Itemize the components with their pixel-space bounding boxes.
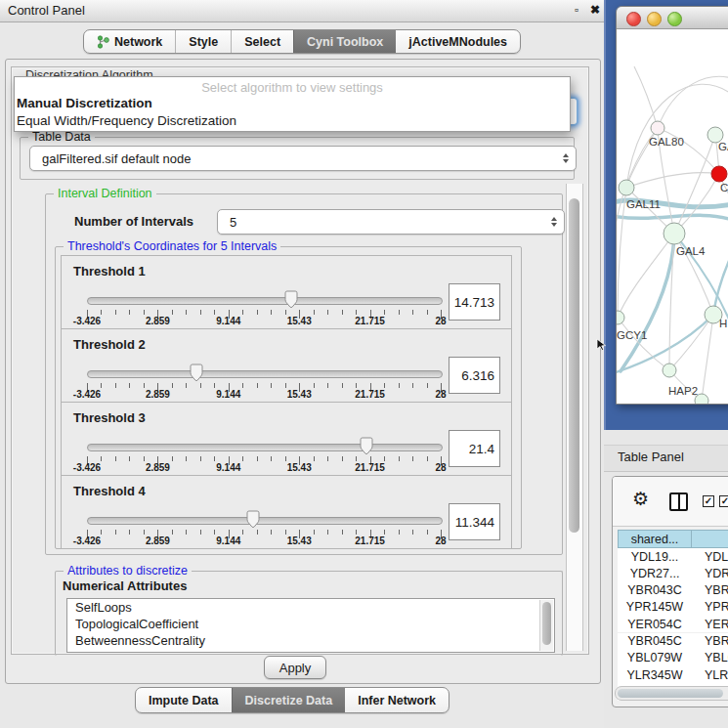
slider-tick-label: 2.859: [146, 535, 170, 546]
threshold-label: Threshold 1: [73, 264, 146, 278]
attribute-list-item[interactable]: SelfLoops: [67, 599, 554, 616]
tab-cyni-toolbox[interactable]: Cyni Toolbox: [293, 30, 396, 53]
algorithm-option[interactable]: Equal Width/Frequency Discretization: [15, 112, 570, 130]
table-row[interactable]: YDR27...YDR2: [618, 565, 728, 581]
cell-name[interactable]: YDR2: [691, 565, 728, 581]
split-column-icon[interactable]: [669, 492, 688, 511]
network-window-titlebar[interactable]: [617, 7, 728, 29]
float-window-icon[interactable]: ▫: [575, 3, 578, 17]
table-row[interactable]: YPR145WYPR1: [618, 599, 728, 616]
network-node[interactable]: [663, 364, 676, 377]
table-row[interactable]: YBR043CYBR0: [618, 582, 728, 599]
threshold-slider-thumb[interactable]: [245, 510, 261, 529]
minimize-traffic-light-icon[interactable]: [647, 12, 662, 26]
settings-vertical-scrollbar[interactable]: [566, 184, 583, 651]
close-traffic-light-icon[interactable]: [626, 12, 641, 26]
cell-name[interactable]: YDL1: [691, 548, 728, 565]
slider-tick-label: 9.144: [216, 389, 240, 400]
slider-tick-label: 21.715: [355, 316, 385, 326]
cell-shared-name[interactable]: YER054C: [618, 616, 692, 632]
zoom-traffic-light-icon[interactable]: [667, 12, 682, 26]
slider-tick-label: 15.43: [287, 535, 312, 546]
table-row[interactable]: YDL19...YDL1: [618, 548, 728, 565]
column-header-name[interactable]: na: [691, 530, 728, 548]
node-label: C: [720, 182, 728, 193]
threshold-slider-track[interactable]: [87, 297, 443, 305]
node-label: H: [719, 318, 727, 329]
algorithm-option[interactable]: Manual Discretization: [15, 95, 570, 112]
tab-jactivemnodules[interactable]: jActiveMNodules: [396, 30, 520, 53]
threshold-value-field[interactable]: 14.713: [449, 283, 500, 321]
network-node[interactable]: [617, 311, 624, 324]
cell-name[interactable]: YBL0: [691, 650, 728, 666]
cell-shared-name[interactable]: YDL19...: [618, 548, 692, 565]
table-data-combo[interactable]: galFiltered.sif default node: [29, 146, 577, 171]
cell-name[interactable]: YLR3: [691, 666, 728, 683]
cell-name[interactable]: YER0: [691, 616, 728, 632]
node-label: GAL4: [676, 245, 706, 257]
cell-shared-name[interactable]: YDR27...: [618, 565, 692, 581]
gear-icon[interactable]: ⚙: [632, 488, 649, 510]
network-node[interactable]: [664, 223, 685, 244]
tab-infer-network[interactable]: Infer Network: [345, 688, 449, 712]
column-header-shared-name[interactable]: shared...: [618, 530, 692, 548]
network-node[interactable]: [651, 121, 664, 135]
number-of-intervals-label: Number of Intervals: [74, 214, 193, 229]
cell-shared-name[interactable]: YLR345W: [618, 666, 692, 683]
tab-style[interactable]: Style: [175, 30, 231, 53]
tab-select[interactable]: Select: [231, 30, 293, 53]
cell-shared-name[interactable]: YBL079W: [618, 650, 692, 666]
threshold-slider-track[interactable]: [87, 517, 443, 525]
table-horizontal-scrollbar[interactable]: [615, 686, 728, 701]
cell-shared-name[interactable]: YPR145W: [618, 599, 692, 616]
cell-name[interactable]: YBR0: [691, 582, 728, 599]
network-node[interactable]: [711, 166, 727, 182]
network-node[interactable]: [619, 180, 634, 195]
threshold-slider-thumb[interactable]: [189, 364, 204, 382]
tab-impute-data[interactable]: Impute Data: [136, 688, 232, 712]
mouse-cursor: [596, 338, 608, 352]
algorithm-popup-hint: Select algorithm to view settings: [15, 77, 570, 95]
threshold-value-field[interactable]: 6.316: [449, 357, 500, 394]
slider-tick-label: 21.715: [355, 462, 385, 473]
table-browser-frame: ⚙ ✓ ✓ shared... na YDL19...YDL1YDR27...Y…: [612, 476, 728, 707]
network-graph: GAL80GACGAL11GAL4GCY1HHAP2: [617, 29, 728, 404]
control-panel-title: Control Panel: [8, 3, 85, 18]
cell-name[interactable]: YPR1: [691, 599, 728, 616]
checkbox-checked-icon[interactable]: ✓: [719, 495, 728, 507]
table-row[interactable]: YLR345WYLR3: [618, 666, 728, 683]
threshold-label: Threshold 4: [73, 484, 146, 498]
attribute-list-item[interactable]: BetweennessCentrality: [67, 632, 554, 649]
threshold-slider-thumb[interactable]: [359, 437, 374, 455]
cell-name[interactable]: YBR0: [691, 633, 728, 650]
tab-network[interactable]: Network: [84, 30, 175, 53]
numerical-attributes-list[interactable]: SelfLoopsTopologicalCoefficientBetweenne…: [66, 598, 555, 653]
number-of-intervals-combo[interactable]: 5: [217, 209, 565, 235]
threshold-slider-track[interactable]: [87, 370, 443, 378]
cell-shared-name[interactable]: YBR043C: [618, 582, 692, 599]
attributes-list-scrollbar[interactable]: [539, 600, 553, 651]
settings-scrollbar-thumb[interactable]: [569, 198, 579, 533]
table-row[interactable]: YER054CYER0: [618, 616, 728, 632]
slider-tick-label: 28: [435, 316, 446, 326]
apply-button[interactable]: Apply: [264, 656, 326, 679]
network-icon: [97, 35, 109, 49]
table-row[interactable]: YBR045CYBR0: [618, 633, 728, 650]
cell-shared-name[interactable]: YBR045C: [618, 633, 692, 650]
table-row[interactable]: YBL079WYBL0: [618, 650, 728, 666]
threshold-rows: Threshold 1-3.4262.8599.14415.4321.71528…: [61, 256, 512, 549]
tab-discretize-data[interactable]: Discretize Data: [232, 688, 346, 712]
threshold-value-field[interactable]: 21.4: [449, 430, 500, 467]
threshold-slider-track[interactable]: [87, 444, 443, 451]
attribute-list-item[interactable]: TopologicalCoefficient: [67, 616, 554, 632]
threshold-value-field[interactable]: 11.344: [449, 503, 500, 540]
slider-tick-label: 2.859: [146, 462, 170, 473]
close-panel-icon[interactable]: ✖: [590, 3, 600, 17]
threshold-row: Threshold 3-3.4262.8599.14415.4321.71528…: [61, 402, 512, 476]
control-panel-tabs: NetworkStyleSelectCyni ToolboxjActiveMNo…: [83, 29, 521, 54]
slider-tick-label: 9.144: [216, 462, 240, 473]
network-canvas[interactable]: GAL80GACGAL11GAL4GCY1HHAP2: [617, 29, 728, 404]
slider-tick-label: -3.426: [73, 535, 101, 546]
threshold-slider-thumb[interactable]: [283, 290, 299, 309]
checkbox-checked-icon[interactable]: ✓: [703, 495, 714, 507]
